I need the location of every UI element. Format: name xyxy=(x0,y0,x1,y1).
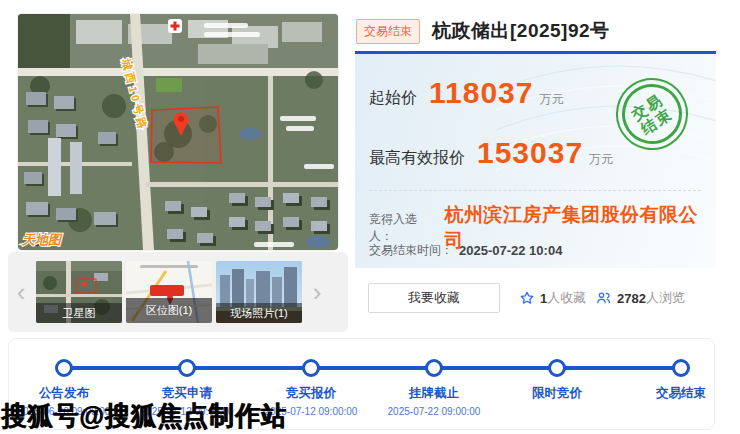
thumbnail-location-map[interactable]: 区位图(1) xyxy=(126,261,212,323)
deal-closed-stamp: 交易 结束 xyxy=(602,64,702,164)
start-price-value: 118037 xyxy=(429,76,533,110)
timeline-node-5 xyxy=(548,359,566,377)
star-icon xyxy=(519,290,535,306)
price-info-panel: 起始价 118037 万元 最高有效报价 153037 万元 交易 结束 竞得入… xyxy=(355,54,716,268)
thumbnail-satellite-label: 卫星图 xyxy=(36,303,122,323)
start-price-label: 起始价 xyxy=(369,88,417,109)
thumbnail-site-photo-label: 现场照片(1) xyxy=(216,303,302,323)
timeline-node-3 xyxy=(302,359,320,377)
carousel-next-icon[interactable]: › xyxy=(304,252,330,332)
status-badge: 交易结束 xyxy=(356,19,420,44)
highest-bid-label: 最高有效报价 xyxy=(369,148,465,169)
highest-bid-unit: 万元 xyxy=(589,151,613,168)
end-time-row: 交易结束时间： 2025-07-22 10:04 xyxy=(369,242,562,259)
timeline-step-timed-auction: 限时竞价 xyxy=(487,385,627,417)
timeline-step-label: 限时竞价 xyxy=(487,385,627,402)
views-stat: 2782人浏览 xyxy=(595,289,685,307)
timeline-step-listing-deadline: 挂牌截止 2025-07-22 09:00:00 xyxy=(364,385,504,417)
listing-header: 交易结束 杭政储出[2025]92号 xyxy=(356,18,716,44)
timeline-step-label: 挂牌截止 xyxy=(364,385,504,402)
views-count: 2782 xyxy=(617,291,646,306)
views-suffix: 人浏览 xyxy=(646,289,685,307)
timeline-step-bidding: 竞买报价 2025-07-12 09:00:00 xyxy=(241,385,381,417)
start-price-unit: 万元 xyxy=(539,91,563,108)
carousel-prev-icon[interactable]: ‹ xyxy=(8,252,34,332)
page-title: 杭政储出[2025]92号 xyxy=(432,18,610,44)
timeline-line xyxy=(64,366,681,370)
land-auction-page: 城西10号路 天地图 ‹ xyxy=(0,0,740,434)
thumbnail-location-map-label: 区位图(1) xyxy=(126,298,212,323)
favorite-stat[interactable]: 1人收藏 xyxy=(519,289,586,307)
timeline-step-label: 公告发布 xyxy=(0,385,134,402)
map-provider-logo: 天地图 xyxy=(21,232,63,247)
start-price-row: 起始价 118037 万元 xyxy=(369,76,563,110)
highest-bid-row: 最高有效报价 153037 万元 xyxy=(369,136,613,170)
end-time-label: 交易结束时间： xyxy=(369,242,453,259)
timeline-step-date: 2025-07-22 09:00:00 xyxy=(364,406,504,417)
timeline-step-deal-closed: 交易结束 xyxy=(611,385,740,417)
timeline-step-announcement: 公告发布 2025-06-20 09:00:00 xyxy=(0,385,134,417)
timeline-step-date: 2025-07-12 09:00:00 xyxy=(117,406,257,417)
timeline-node-4 xyxy=(425,359,443,377)
satellite-map[interactable]: 城西10号路 天地图 xyxy=(18,14,338,250)
auction-timeline: 公告发布 2025-06-20 09:00:00 竞买申请 2025-07-12… xyxy=(8,338,715,430)
end-time-value: 2025-07-22 10:04 xyxy=(459,243,562,258)
favorite-count: 1 xyxy=(540,291,547,306)
timeline-node-1 xyxy=(55,359,73,377)
timeline-step-date xyxy=(611,406,740,417)
favorite-button[interactable]: 我要收藏 xyxy=(368,283,500,313)
thumbnail-site-photo[interactable]: 现场照片(1) xyxy=(216,261,302,323)
thumbnail-satellite[interactable]: 卫星图 xyxy=(36,261,122,323)
timeline-step-label: 竞买申请 xyxy=(117,385,257,402)
timeline-step-date: 2025-07-12 09:00:00 xyxy=(241,406,381,417)
timeline-node-6 xyxy=(672,359,690,377)
thumbnail-carousel: ‹ 卫星图 xyxy=(8,252,348,332)
timeline-step-application: 竞买申请 2025-07-12 09:00:00 xyxy=(117,385,257,417)
timeline-node-2 xyxy=(178,359,196,377)
dashed-divider xyxy=(369,190,701,191)
timeline-step-date: 2025-06-20 09:00:00 xyxy=(0,406,134,417)
satellite-map-image: 城西10号路 天地图 xyxy=(18,14,338,250)
winner-label: 竞得入选人： xyxy=(369,211,441,245)
timeline-step-label: 交易结束 xyxy=(611,385,740,402)
timeline-step-date xyxy=(487,406,627,417)
favorite-suffix: 人收藏 xyxy=(547,289,586,307)
viewers-icon xyxy=(595,290,612,306)
highest-bid-value: 153037 xyxy=(477,136,583,170)
timeline-step-label: 竞买报价 xyxy=(241,385,381,402)
hospital-icon xyxy=(168,19,182,33)
